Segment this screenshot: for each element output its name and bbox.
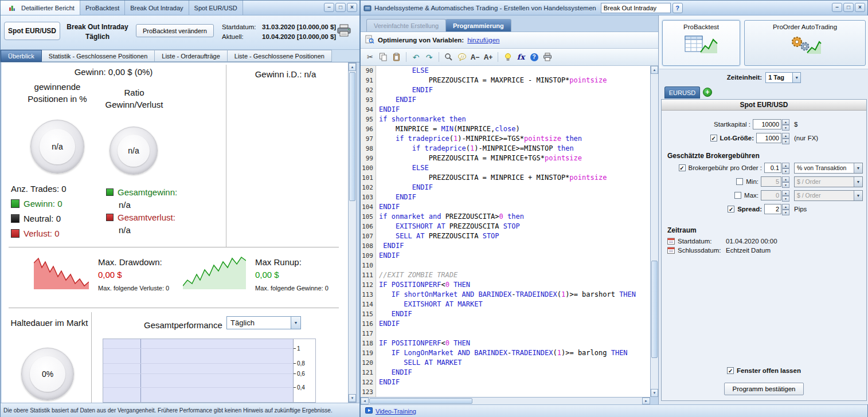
copy-icon[interactable] xyxy=(377,51,389,63)
code-line[interactable]: 101 PREZZOUSCITA = MINPRICE + MINSTOP*po… xyxy=(361,173,650,183)
code-line[interactable]: 108 ENDIF xyxy=(361,241,650,251)
maximize-button[interactable]: □ xyxy=(335,3,346,12)
code-line[interactable]: 112IF POSITIONPERF<0 THEN xyxy=(361,280,650,290)
search-icon[interactable] xyxy=(443,51,455,63)
instrument-tab-spot-eurusd[interactable]: Spot EUR/USD xyxy=(4,22,60,40)
spread-checkbox[interactable]: ✓ xyxy=(728,206,734,213)
probacktest-button[interactable]: ProBacktest xyxy=(662,20,740,66)
function-icon[interactable]: fx xyxy=(515,51,527,63)
code-line[interactable]: 102 ENDIF xyxy=(361,183,650,192)
code-editor[interactable]: 90 ELSE91 PREZZOUSCITA = MAXPRICE - MINS… xyxy=(361,66,650,397)
broker-unit-select[interactable]: % von Transaktion▼ xyxy=(794,163,863,174)
code-line[interactable]: 100 ELSE xyxy=(361,163,650,173)
doc-tab-detaillierter-bericht[interactable]: Detaillierter Bericht xyxy=(1,1,80,15)
lot-input[interactable] xyxy=(756,133,781,143)
redo-icon[interactable]: ↷ xyxy=(423,51,435,63)
scroll-right-button[interactable]: ► xyxy=(642,398,650,404)
code-line[interactable]: 111//EXIT ZOMBIE TRADE xyxy=(361,270,650,280)
min-input[interactable] xyxy=(761,176,781,187)
hinzufuegen-link[interactable]: hinzufügen xyxy=(467,37,499,44)
spread-stepper[interactable]: ▲▼ xyxy=(782,204,789,214)
help-icon[interactable]: ? xyxy=(672,3,683,13)
proorder-autotrading-button[interactable]: ProOrder AutoTrading xyxy=(744,20,866,66)
code-line[interactable]: 117 xyxy=(361,329,650,339)
decrease-font-icon[interactable]: A− xyxy=(469,51,481,63)
maximize-button[interactable]: □ xyxy=(843,3,854,12)
code-line[interactable]: 114 EXITSHORT AT MARKET xyxy=(361,300,650,309)
tab-programmierung[interactable]: Programmierung xyxy=(445,19,511,32)
scrollbar-thumb[interactable] xyxy=(369,398,472,404)
comment-icon[interactable]: // xyxy=(456,51,468,63)
print-icon[interactable] xyxy=(337,24,351,38)
min-unit-select[interactable]: $ / Order▼ xyxy=(794,176,863,187)
close-button[interactable]: × xyxy=(347,3,357,12)
spin-down-icon[interactable]: ▼ xyxy=(782,125,789,131)
code-line[interactable]: 107 SELL AT PREZZOUSCITA STOP xyxy=(361,231,650,241)
help-icon[interactable]: ? xyxy=(528,51,540,63)
minimize-button[interactable]: – xyxy=(832,3,842,12)
scroll-up-button[interactable]: ▲ xyxy=(651,66,658,74)
code-line[interactable]: 116ENDIF xyxy=(361,319,650,329)
lot-checkbox[interactable]: ✓ xyxy=(710,135,717,141)
zeiteinheit-select[interactable]: 1 Tag ▼ xyxy=(765,72,801,83)
code-line[interactable]: 104ENDIF xyxy=(361,202,650,212)
increase-font-icon[interactable]: A+ xyxy=(482,51,494,63)
code-line[interactable]: 97 if tradeprice(1)-MINPRICE>=TGS*points… xyxy=(361,134,650,144)
spin-down-icon[interactable]: ▼ xyxy=(782,182,789,188)
code-line[interactable]: 99 PREZZOUSCITA = MINPRICE+TGS*pointsize xyxy=(361,154,650,163)
doc-tab-spot-eurusd[interactable]: Spot EUR/USD xyxy=(189,1,243,15)
tab-liste-geschlossene-positionen[interactable]: Liste - Geschlossene Positionen xyxy=(228,50,332,62)
spin-up-icon[interactable]: ▲ xyxy=(782,204,789,210)
lot-stepper[interactable]: ▲▼ xyxy=(782,133,789,143)
tab-eurusd[interactable]: EURUSD xyxy=(664,86,700,99)
lightbulb-icon[interactable] xyxy=(502,51,514,63)
probacktest-veraendern-button[interactable]: ProBacktest verändern xyxy=(136,24,214,37)
broker-input[interactable] xyxy=(764,163,781,173)
fenster-offen-checkbox[interactable]: ✓ xyxy=(727,367,734,374)
scroll-left-button[interactable]: ◄ xyxy=(361,398,369,404)
scroll-down-button[interactable]: ▼ xyxy=(349,394,356,402)
code-line[interactable]: 96 MINPRICE = MIN(MINPRICE,close) xyxy=(361,124,650,134)
cut-icon[interactable]: ✂ xyxy=(364,51,376,63)
tab-liste-orderauftraege[interactable]: Liste - Orderaufträge xyxy=(155,50,228,62)
tab-vereinfachte-erstellung[interactable]: Vereinfachte Erstellung xyxy=(366,19,446,32)
spin-up-icon[interactable]: ▲ xyxy=(782,119,789,125)
paste-icon[interactable] xyxy=(390,51,402,63)
programm-bestaetigen-button[interactable]: Programm bestätigen xyxy=(724,383,804,395)
code-line[interactable]: 91 PREZZOUSCITA = MAXPRICE - MINSTOP*poi… xyxy=(361,76,650,85)
add-instrument-button[interactable]: + xyxy=(703,88,712,97)
code-line[interactable]: 123 xyxy=(361,387,650,397)
code-line[interactable]: 94ENDIF xyxy=(361,105,650,115)
code-line[interactable]: 122ENDIF xyxy=(361,377,650,387)
max-unit-select[interactable]: $ / Order▼ xyxy=(794,190,863,201)
tab-statistik-geschlossene-positionen[interactable]: Statistik - Geschlossene Positionen xyxy=(42,50,155,62)
code-line[interactable]: 95if shortonmarket then xyxy=(361,115,650,124)
minimize-button[interactable]: – xyxy=(324,3,334,12)
code-line[interactable]: 106 EXITSHORT AT PREZZOUSCITA STOP xyxy=(361,222,650,231)
code-line[interactable]: 93 ENDIF xyxy=(361,95,650,105)
code-line[interactable]: 119 IF LongOnMarket AND BARINDEX-TRADEIN… xyxy=(361,348,650,358)
startkapital-input[interactable] xyxy=(753,119,781,129)
period-select[interactable]: Täglich ▼ xyxy=(226,316,301,329)
spin-down-icon[interactable]: ▼ xyxy=(782,168,789,174)
code-line[interactable]: 115 ENDIF xyxy=(361,309,650,319)
editor-vertical-scrollbar[interactable]: ▲ ▼ xyxy=(650,66,658,397)
system-name-input[interactable] xyxy=(601,3,671,13)
spin-down-icon[interactable]: ▼ xyxy=(782,196,789,202)
spin-up-icon[interactable]: ▲ xyxy=(782,176,789,182)
min-stepper[interactable]: ▲▼ xyxy=(782,176,789,187)
scroll-up-button[interactable]: ▲ xyxy=(349,63,356,71)
code-line[interactable]: 110 xyxy=(361,261,650,270)
broker-checkbox[interactable]: ✓ xyxy=(679,164,686,171)
spin-up-icon[interactable]: ▲ xyxy=(782,163,789,168)
code-line[interactable]: 98 if tradeprice(1)-MINPRICE>=MINSTOP th… xyxy=(361,144,650,154)
doc-tab-break-out-intraday[interactable]: Break Out Intraday xyxy=(125,1,189,15)
min-checkbox[interactable] xyxy=(736,178,743,185)
code-line[interactable]: 120 SELL AT MARKET xyxy=(361,358,650,368)
spin-up-icon[interactable]: ▲ xyxy=(782,133,789,139)
spin-down-icon[interactable]: ▼ xyxy=(782,139,789,144)
broker-stepper[interactable]: ▲▼ xyxy=(782,163,789,173)
startkapital-stepper[interactable]: ▲▼ xyxy=(782,119,789,129)
max-stepper[interactable]: ▲▼ xyxy=(782,190,789,200)
code-line[interactable]: 118IF POSITIONPERF<0 THEN xyxy=(361,339,650,348)
